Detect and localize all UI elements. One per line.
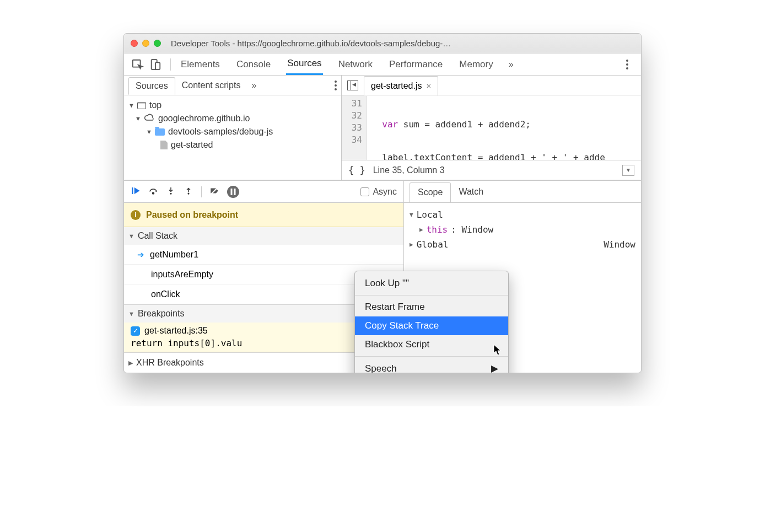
paused-text: Paused on breakpoint [146,210,238,220]
line-number: 31 [346,98,362,110]
tab-performance[interactable]: Performance [388,55,444,74]
disclosure-triangle-icon: ▼ [410,211,413,218]
file-tab[interactable]: get-started.js × [364,76,438,96]
menu-item-blackbox-script[interactable]: Blackbox Script [355,335,508,354]
menu-item-restart-frame[interactable]: Restart Frame [355,298,508,316]
scope-local[interactable]: ▼ Local [410,207,635,222]
tree-item-file[interactable]: get-started [128,138,337,152]
checkbox-checked-icon[interactable]: ✓ [131,326,140,336]
toolbar-separator [170,58,171,71]
scope-label: Local [417,209,443,220]
frame-name: inputsAreEmpty [151,270,213,280]
tree-item-folder[interactable]: ▼ devtools-samples/debug-js [128,125,337,138]
svg-rect-7 [231,189,233,195]
scope-this[interactable]: ▶ this: Window [410,222,635,237]
disclosure-triangle-icon: ▶ [410,241,413,248]
disclosure-triangle-icon: ▼ [128,310,134,317]
svg-rect-2 [155,62,160,69]
file-tab-bar: get-started.js × [342,76,641,95]
file-tree: ▼ top ▼ googlechrome.github.io ▼ devtool… [124,95,341,155]
svg-point-4 [153,192,154,194]
step-over-icon[interactable] [148,186,158,198]
zoom-window-button[interactable] [154,40,161,47]
close-window-button[interactable] [131,40,138,47]
navigator-tab-content-scripts[interactable]: Content scripts [175,77,247,94]
code-token: var [382,119,398,130]
breakpoint-label: get-started.js:35 [144,326,208,336]
separator [201,186,202,197]
section-title: XHR Breakpoints [136,358,204,368]
tab-network[interactable]: Network [337,55,374,74]
history-dropdown-icon[interactable]: ▼ [622,165,634,176]
pause-on-exceptions-icon[interactable] [227,186,239,198]
call-stack-frame[interactable]: ➔ getNumber1 [124,245,403,265]
tabs-overflow-icon[interactable]: » [509,60,514,69]
code-token: sum = addend1 + addend2; [398,119,531,130]
call-stack-header[interactable]: ▼ Call Stack [124,227,403,245]
code-editor[interactable]: 31 32 33 34 var sum = addend1 + addend2;… [342,95,641,160]
main-toolbar: Elements Console Sources Network Perform… [124,53,641,76]
line-gutter: 31 32 33 34 [342,95,367,160]
menu-item-lookup[interactable]: Look Up "" [355,274,508,293]
navigator-overflow-icon[interactable]: » [251,80,256,90]
frame-icon [137,102,146,109]
section-title: Breakpoints [138,309,185,319]
info-icon: i [131,210,141,220]
frame-name: onClick [151,289,180,299]
settings-kebab-icon[interactable] [621,60,633,69]
async-label: Async [373,187,397,197]
minimize-window-button[interactable] [142,40,149,47]
traffic-lights [131,40,161,47]
debugger-controls: Async [124,181,403,203]
line-number: 32 [346,110,362,122]
tab-memory[interactable]: Memory [458,55,494,74]
tab-scope[interactable]: Scope [410,182,451,202]
variable-value: : Window [451,224,493,235]
variable-name: this [427,224,448,235]
code-token: label.textContent = addend1 + ' + ' + ad… [382,152,605,160]
editor-pane: get-started.js × 31 32 33 34 var sum = a… [342,76,641,180]
cloud-icon [144,114,155,123]
step-out-icon[interactable] [184,186,193,198]
tab-elements[interactable]: Elements [180,55,221,74]
menu-divider [355,356,508,357]
async-toggle[interactable]: Async [360,187,397,197]
close-tab-icon[interactable]: × [426,81,431,90]
tab-console[interactable]: Console [235,55,272,74]
titlebar: Developer Tools - https://googlechrome.g… [124,34,641,53]
deactivate-breakpoints-icon[interactable] [209,186,219,198]
navigator-kebab-icon[interactable] [335,80,337,90]
scope-global[interactable]: ▶ Global Window [410,237,635,252]
disclosure-triangle-icon: ▼ [128,102,134,109]
step-into-icon[interactable] [166,186,176,198]
tree-item-top[interactable]: ▼ top [128,99,337,112]
folder-icon [155,128,165,136]
line-number: 33 [346,122,362,134]
menu-item-speech[interactable]: Speech ▶ [355,359,508,373]
menu-item-copy-stack-trace[interactable]: Copy Stack Trace [355,316,508,335]
toggle-navigator-icon[interactable] [347,80,358,90]
navigator-tab-sources[interactable]: Sources [128,77,175,95]
resume-button-icon[interactable] [131,186,141,198]
tree-label: get-started [171,140,213,150]
cursor-position: Line 35, Column 3 [373,165,445,175]
variable-value: Window [604,239,635,250]
tab-sources[interactable]: Sources [286,53,322,75]
tree-item-domain[interactable]: ▼ googlechrome.github.io [128,112,337,125]
main-area: Sources Content scripts » ▼ top ▼ google… [124,76,641,180]
editor-statusbar: { } Line 35, Column 3 ▼ [342,160,641,180]
svg-point-6 [188,192,190,194]
context-menu: Look Up "" Restart Frame Copy Stack Trac… [354,271,509,373]
pretty-print-icon[interactable]: { } [348,165,365,176]
tab-watch[interactable]: Watch [451,182,491,201]
svg-rect-8 [234,189,236,195]
device-toggle-icon[interactable] [149,58,161,71]
svg-rect-3 [132,187,133,194]
disclosure-triangle-icon: ▶ [128,359,133,367]
inspect-element-icon[interactable] [132,58,144,71]
checkbox[interactable] [360,187,369,196]
file-icon [160,141,168,149]
tree-label: devtools-samples/debug-js [168,127,273,137]
tree-label: top [149,100,161,110]
tree-label: googlechrome.github.io [158,114,250,123]
